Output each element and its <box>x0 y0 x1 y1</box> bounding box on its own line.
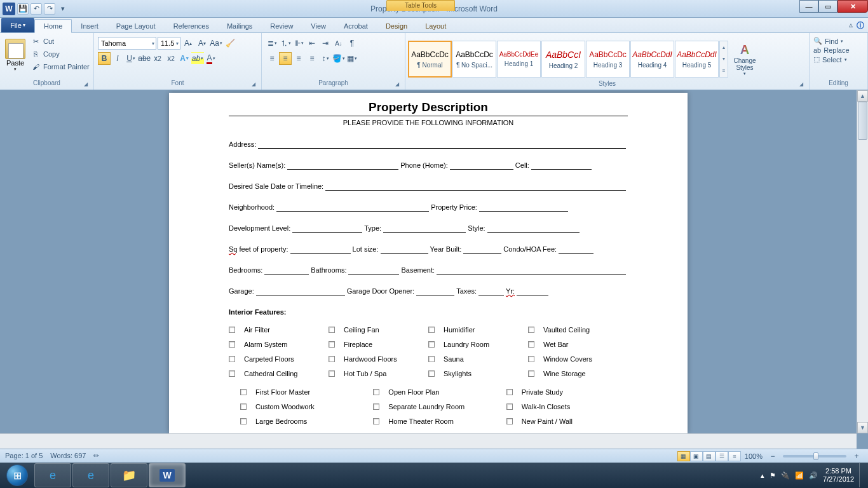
volume-icon[interactable]: 🔊 <box>809 471 818 480</box>
redo-icon[interactable]: ↷ <box>44 3 55 15</box>
checkbox[interactable] <box>229 356 235 362</box>
zoom-slider[interactable] <box>783 455 846 458</box>
flag-icon[interactable]: ⚑ <box>770 471 776 480</box>
show-desktop-button[interactable] <box>859 463 864 487</box>
clipboard-launcher-icon[interactable]: ◢ <box>82 81 90 89</box>
minimize-ribbon-icon[interactable]: ▵ <box>849 20 853 31</box>
view-tab[interactable]: View <box>302 20 335 32</box>
checkbox[interactable] <box>373 418 379 424</box>
document-scroll[interactable]: Property Description PLEASE PROVIDE THE … <box>0 90 857 433</box>
font-size-combo[interactable]: 11.5 <box>158 37 180 50</box>
network-icon[interactable]: 📶 <box>795 471 804 480</box>
save-icon[interactable]: 💾 <box>17 3 29 15</box>
shading-button[interactable]: 🪣 <box>332 52 345 65</box>
draft-view-button[interactable]: ≡ <box>728 451 741 461</box>
clear-formatting-button[interactable]: 🧹 <box>224 37 236 50</box>
checkbox[interactable] <box>373 389 379 395</box>
mailings-tab[interactable]: Mailings <box>218 20 261 32</box>
review-tab[interactable]: Review <box>261 20 302 32</box>
decrease-indent-button[interactable]: ⇤ <box>306 37 318 50</box>
italic-button[interactable]: I <box>111 52 124 65</box>
taskbar-word[interactable]: W <box>149 463 186 487</box>
increase-indent-button[interactable]: ⇥ <box>319 37 332 50</box>
checkbox[interactable] <box>329 370 335 377</box>
zoom-level[interactable]: 100% <box>745 452 763 460</box>
style-tile--no-spaci-[interactable]: AaBbCcDc¶ No Spaci... <box>452 41 496 78</box>
start-button[interactable]: ⊞ <box>0 463 34 488</box>
undo-icon[interactable]: ↶ <box>31 3 42 15</box>
close-button[interactable]: ✕ <box>837 0 868 13</box>
bullets-button[interactable]: ≣ <box>266 37 278 50</box>
font-name-combo[interactable]: Tahoma <box>98 37 156 50</box>
tray-expand-icon[interactable]: ▴ <box>761 471 764 480</box>
vertical-scrollbar[interactable]: ▲ ▼ <box>857 90 868 433</box>
zoom-out-button[interactable]: − <box>766 450 779 463</box>
style-tile-heading-4[interactable]: AaBbCcDdIHeading 4 <box>630 41 674 78</box>
checkbox[interactable] <box>528 356 534 362</box>
superscript-button[interactable]: x2 <box>165 52 177 65</box>
checkbox[interactable] <box>240 403 247 410</box>
checkbox[interactable] <box>329 327 335 333</box>
strikethrough-button[interactable]: abc <box>138 52 151 65</box>
style-tile-heading-1[interactable]: AaBbCcDdEeHeading 1 <box>497 41 541 78</box>
justify-button[interactable]: ≡ <box>306 52 318 65</box>
multilevel-button[interactable]: ⊪ <box>292 37 305 50</box>
align-center-button[interactable]: ≡ <box>279 52 292 65</box>
select-button[interactable]: ⬚Select ▾ <box>813 55 847 64</box>
full-screen-view-button[interactable]: ▣ <box>690 451 703 461</box>
word-icon[interactable]: W <box>3 3 15 15</box>
qat-customize-icon[interactable]: ▾ <box>57 3 69 15</box>
page-layout-tab[interactable]: Page Layout <box>107 20 165 32</box>
checkbox[interactable] <box>373 403 379 410</box>
paragraph-launcher-icon[interactable]: ◢ <box>393 81 401 89</box>
word-count[interactable]: Words: 697 <box>50 452 86 460</box>
style-tile--normal[interactable]: AaBbCcDc¶ Normal <box>408 41 452 78</box>
style-tile-heading-2[interactable]: AaBbCcIHeading 2 <box>541 41 585 78</box>
text-effects-button[interactable]: A <box>178 52 191 65</box>
font-color-button[interactable]: A <box>205 52 217 65</box>
checkbox[interactable] <box>528 370 534 377</box>
format-painter-button[interactable]: 🖌Format Painter <box>29 61 91 72</box>
web-layout-view-button[interactable]: ▤ <box>703 451 715 461</box>
checkbox[interactable] <box>428 341 435 348</box>
numbering-button[interactable]: ⒈ <box>279 37 292 50</box>
checkbox[interactable] <box>229 341 235 348</box>
highlight-button[interactable]: ab <box>191 52 204 65</box>
layout-tab[interactable]: Layout <box>416 20 455 32</box>
replace-button[interactable]: abReplace <box>813 46 850 54</box>
checkbox[interactable] <box>329 356 335 362</box>
maximize-button[interactable]: ▭ <box>818 0 837 13</box>
checkbox[interactable] <box>506 403 513 410</box>
change-case-button[interactable]: Aa <box>210 37 222 50</box>
page-status[interactable]: Page: 1 of 5 <box>5 452 43 460</box>
checkbox[interactable] <box>428 327 435 333</box>
borders-button[interactable]: ▦ <box>346 52 358 65</box>
tray-clock[interactable]: 2:58 PM7/27/2012 <box>823 467 854 484</box>
taskbar-ie-1[interactable]: e <box>34 463 71 487</box>
minimize-button[interactable]: — <box>799 0 818 13</box>
design-tab[interactable]: Design <box>377 20 416 32</box>
checkbox[interactable] <box>240 389 247 395</box>
grow-font-button[interactable]: A▴ <box>182 37 194 50</box>
checkbox[interactable] <box>428 356 435 362</box>
scroll-down-icon[interactable]: ▼ <box>857 422 868 433</box>
scroll-up-icon[interactable]: ▲ <box>857 90 868 102</box>
outline-view-button[interactable]: ☰ <box>715 451 728 461</box>
show-marks-button[interactable]: ¶ <box>346 37 358 50</box>
font-launcher-icon[interactable]: ◢ <box>250 81 257 89</box>
zoom-thumb[interactable] <box>813 452 818 460</box>
print-layout-view-button[interactable]: ▦ <box>677 451 690 461</box>
align-left-button[interactable]: ≡ <box>266 52 278 65</box>
zoom-in-button[interactable]: + <box>850 450 863 463</box>
styles-gallery-more[interactable]: ▴▾≡ <box>719 41 728 78</box>
paste-button[interactable]: Paste ▾ <box>3 34 28 76</box>
checkbox[interactable] <box>229 327 235 333</box>
checkbox[interactable] <box>329 341 335 348</box>
taskbar-ie-2[interactable]: e <box>72 463 109 487</box>
style-tile-heading-5[interactable]: AaBbCcDdIHeading 5 <box>675 41 719 78</box>
subscript-button[interactable]: x2 <box>151 52 164 65</box>
power-icon[interactable]: 🔌 <box>781 471 790 480</box>
horizontal-scrollbar[interactable] <box>0 433 857 449</box>
acrobat-tab[interactable]: Acrobat <box>335 20 377 32</box>
cut-button[interactable]: ✂Cut <box>29 36 91 47</box>
